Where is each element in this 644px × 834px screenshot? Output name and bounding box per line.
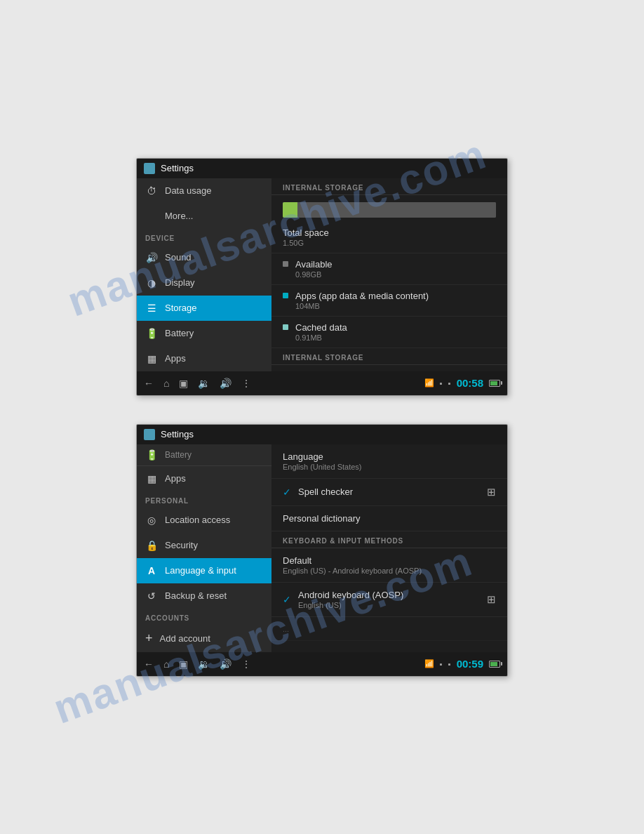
apps-info: Apps (app data & media content) 104MB: [295, 291, 429, 310]
data-usage-icon: ⏱: [145, 185, 158, 197]
cached-dot: [283, 324, 288, 330]
android-kb-value: English (US): [298, 601, 487, 609]
nav-time-1: 00:58: [457, 377, 483, 389]
kb-section-label: KEYBOARD & INPUT METHODS: [271, 531, 507, 548]
available-dot: [283, 261, 288, 267]
screen-body-2: 🔋 Battery ▦ Apps PERSONAL ◎ Location acc…: [137, 444, 507, 652]
volume-down-icon[interactable]: 🔉: [198, 378, 210, 389]
sidebar-item-language[interactable]: A Language & input: [137, 558, 271, 583]
default-value: English (US) - Android keyboard (AOSP): [283, 567, 496, 575]
default-row[interactable]: Default English (US) - Android keyboard …: [271, 548, 507, 583]
available-info: Available 0.98GB: [295, 259, 333, 279]
sidebar-label-battery-2: Battery: [165, 450, 192, 460]
storage-icon: ☰: [145, 302, 158, 315]
display-icon: ◑: [145, 277, 158, 289]
spell-settings-icon[interactable]: ⊞: [487, 486, 496, 498]
sidebar-item-apps[interactable]: ▦ Apps: [137, 346, 271, 371]
android-kb-title: Android keyboard (AOSP): [298, 590, 487, 600]
recents-icon-2[interactable]: ▣: [179, 658, 188, 670]
sidebar-label-apps: Apps: [165, 353, 186, 364]
battery-fill-1: [490, 381, 497, 385]
nav-bar-1: ← ⌂ ▣ 🔉 🔊 ⋮ 📶 ▪ ▪ 00:58: [137, 371, 507, 395]
kb-settings-icon[interactable]: ⊞: [487, 593, 496, 606]
nav-right-1: 📶 ▪ ▪ 00:58: [424, 377, 500, 389]
volume-down-icon-2[interactable]: 🔉: [198, 658, 210, 670]
security-icon: 🔒: [145, 539, 158, 552]
partial-row: ...: [271, 617, 507, 641]
sidebar-item-more[interactable]: More...: [137, 204, 271, 229]
battery-fill-2: [490, 662, 497, 666]
sidebar-item-backup[interactable]: ↺ Backup & reset: [137, 583, 271, 609]
storage-bar-used: [283, 202, 297, 218]
more-nav-icon-2[interactable]: ⋮: [241, 658, 251, 670]
more-nav-icon[interactable]: ⋮: [241, 378, 251, 389]
sidebar-label-more: More...: [165, 211, 193, 221]
sidebar-item-storage[interactable]: ☰ Storage: [137, 296, 271, 321]
recents-icon[interactable]: ▣: [179, 378, 188, 389]
sidebar-label-sound: Sound: [165, 252, 192, 263]
sidebar-item-display[interactable]: ◑ Display: [137, 270, 271, 296]
android-kb-info: Android keyboard (AOSP) English (US): [298, 590, 487, 609]
wifi-icon-2: ▪: [440, 660, 443, 668]
cached-info: Cached data 0.91MB: [295, 322, 347, 342]
wifi-icon: ▪: [440, 379, 443, 388]
storage-cached-row[interactable]: Cached data 0.91MB: [271, 317, 507, 348]
nav-right-2: 📶 ▪ ▪ 00:59: [424, 658, 500, 670]
storage-available-row[interactable]: Available 0.98GB: [271, 253, 507, 285]
signal-icon: 📶: [424, 378, 434, 388]
sidebar-label-apps-2: Apps: [165, 473, 186, 484]
sim-icon: ▪: [448, 379, 451, 388]
sidebar-label-data-usage: Data usage: [165, 185, 212, 196]
battery-indicator-1: [489, 380, 500, 387]
sim-icon-2: ▪: [448, 660, 451, 668]
title-1: Settings: [161, 163, 194, 173]
apps-dot: [283, 293, 288, 298]
home-icon[interactable]: ⌂: [163, 378, 169, 389]
sidebar-item-battery[interactable]: 🔋 Battery: [137, 321, 271, 346]
android-kb-row[interactable]: ✓ Android keyboard (AOSP) English (US) ⊞: [271, 583, 507, 617]
apps-icon: ▦: [145, 352, 158, 365]
back-icon-2[interactable]: ←: [144, 658, 154, 670]
storage-apps-row[interactable]: Apps (app data & media content) 104MB: [271, 285, 507, 317]
language-row[interactable]: Language English (United States): [271, 444, 507, 479]
home-icon-2[interactable]: ⌂: [163, 658, 169, 670]
sidebar-section-accounts: ACCOUNTS: [137, 609, 271, 625]
checkmark-icon: ✓: [283, 486, 291, 498]
add-icon: +: [145, 631, 153, 646]
apps-icon-2: ▦: [145, 472, 158, 485]
backup-icon: ↺: [145, 590, 158, 602]
sidebar-2: 🔋 Battery ▦ Apps PERSONAL ◎ Location acc…: [137, 444, 271, 652]
sidebar-item-location[interactable]: ◎ Location access: [137, 508, 271, 533]
storage-bar: [283, 202, 496, 218]
title-2: Settings: [161, 429, 194, 439]
nav-bar-2: ← ⌂ ▣ 🔉 🔊 ⋮ 📶 ▪ ▪ 00:59: [137, 652, 507, 676]
content-2: Language English (United States) ✓ Spell…: [271, 444, 507, 652]
total-space-title: Total space 1.50G: [283, 227, 329, 247]
sidebar-item-security[interactable]: 🔒 Security: [137, 533, 271, 558]
nav-time-2: 00:59: [457, 658, 483, 670]
battery-indicator-2: [489, 661, 500, 668]
volume-up-icon[interactable]: 🔊: [220, 378, 232, 389]
screenshot-1: Settings ⏱ Data usage More... DEVICE 🔊 S…: [136, 158, 508, 396]
spell-checker-label: Spell checker: [298, 486, 487, 497]
battery-icon: 🔋: [145, 327, 158, 340]
personal-dictionary-row[interactable]: Personal dictionary: [271, 506, 507, 531]
sidebar-item-add-account[interactable]: + Add account: [137, 625, 271, 652]
volume-up-icon-2[interactable]: 🔊: [220, 658, 232, 670]
sidebar-item-data-usage[interactable]: ⏱ Data usage: [137, 178, 271, 204]
nav-icons-1: ← ⌂ ▣ 🔉 🔊 ⋮: [144, 378, 251, 389]
back-icon[interactable]: ←: [144, 378, 154, 389]
sidebar-item-battery-partial[interactable]: 🔋 Battery: [137, 444, 271, 466]
spell-checker-row[interactable]: ✓ Spell checker ⊞: [271, 479, 507, 506]
kb-checkmark-icon: ✓: [283, 594, 291, 605]
internal-storage-label-2: INTERNAL STORAGE: [271, 348, 507, 365]
sidebar-label-storage: Storage: [165, 303, 197, 313]
sidebar-item-sound[interactable]: 🔊 Sound: [137, 245, 271, 270]
sidebar-label-security: Security: [165, 540, 198, 550]
signal-icon-2: 📶: [424, 659, 434, 668]
sidebar-item-apps-2[interactable]: ▦ Apps: [137, 466, 271, 491]
internal-storage-label-1: INTERNAL STORAGE: [271, 178, 507, 195]
title-bar-2: Settings: [137, 425, 507, 444]
sidebar-label-location: Location access: [165, 515, 230, 525]
language-icon: A: [145, 564, 158, 577]
